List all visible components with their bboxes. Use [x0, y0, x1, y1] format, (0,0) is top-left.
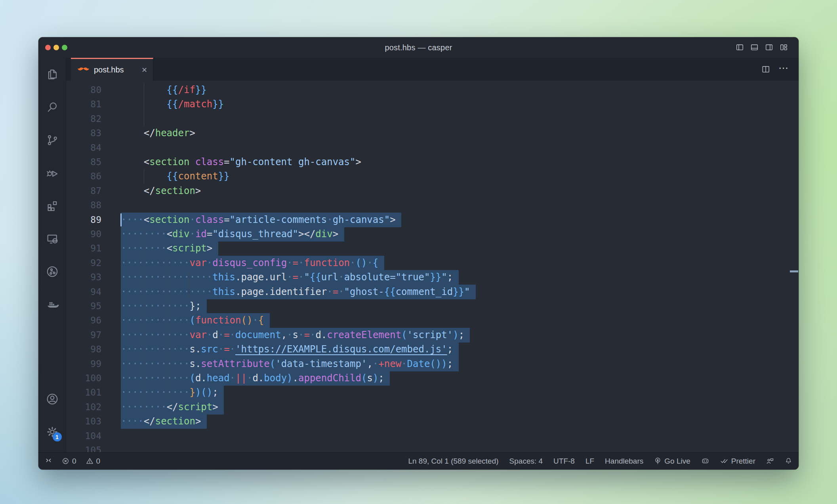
- docker-icon: [46, 298, 59, 311]
- code-line-80[interactable]: 80 {{/if}}: [66, 83, 799, 97]
- status-item-bell[interactable]: [785, 457, 792, 465]
- activity-bar-item-account[interactable]: [42, 386, 63, 412]
- status-label: Handlebars: [605, 457, 643, 466]
- activity-bar-item-docker[interactable]: [42, 292, 63, 317]
- code-editor[interactable]: 80 {{/if}}81 {{/match}}8283 </header>848…: [66, 81, 799, 452]
- activity-bar-item-settings[interactable]: 1: [42, 419, 63, 445]
- code-text: ········<script>: [121, 241, 212, 256]
- titlebar[interactable]: post.hbs — casper: [38, 37, 799, 58]
- warning-icon: [86, 457, 93, 465]
- line-number: 104: [66, 429, 101, 443]
- code-line-103[interactable]: 103····</section>: [66, 414, 799, 429]
- code-line-98[interactable]: 98············s.src·=·'https://EXAMPLE.d…: [66, 342, 799, 357]
- customize-layout-icon[interactable]: [780, 43, 788, 52]
- code-text: </header>: [121, 126, 195, 141]
- code-line-89[interactable]: 89····<section·class="article-comments·g…: [66, 213, 799, 227]
- broadcast-icon: [654, 457, 662, 465]
- activity-bar-item-source-control[interactable]: [42, 127, 63, 153]
- status-bar: 00 Ln 89, Col 1 (589 selected)Spaces: 4U…: [38, 452, 799, 470]
- code-text: ····</section>: [121, 414, 201, 429]
- run-debug-icon: [46, 166, 59, 180]
- toggle-secondary-sidebar-icon[interactable]: [765, 43, 774, 52]
- status-label: 0: [72, 457, 76, 466]
- code-line-94[interactable]: 94················this.page.identifier·=…: [66, 285, 799, 299]
- vscode-window: post.hbs — casper 1 post.hbs ✕ ⋯ 80 {{/i…: [38, 37, 799, 470]
- line-number: 89: [66, 213, 101, 227]
- line-number: 98: [66, 342, 101, 357]
- window-title: post.hbs — casper: [38, 43, 799, 52]
- line-number: 103: [66, 414, 101, 429]
- copilot-icon: [701, 457, 709, 465]
- line-number: 80: [66, 83, 101, 97]
- code-text: <section class="gh-content gh-canvas">: [121, 155, 361, 169]
- line-number: 82: [66, 112, 101, 126]
- code-line-84[interactable]: 84: [66, 141, 799, 155]
- code-line-93[interactable]: 93················this.page.url·=·"{{url…: [66, 270, 799, 285]
- line-number: 85: [66, 155, 101, 169]
- line-number: 87: [66, 184, 101, 198]
- code-text: ············(function()·{: [121, 313, 264, 328]
- line-number: 100: [66, 371, 101, 386]
- code-line-91[interactable]: 91········<script>: [66, 241, 799, 256]
- code-text: ············(d.head·||·d.body).appendChi…: [121, 371, 384, 386]
- code-line-105[interactable]: 105: [66, 443, 799, 452]
- code-line-97[interactable]: 97············var·d·=·document,·s·=·d.cr…: [66, 328, 799, 342]
- activity-bar-item-explorer[interactable]: [42, 62, 63, 87]
- activity-bar-item-run-debug[interactable]: [42, 160, 63, 186]
- code-line-102[interactable]: 102········</script>: [66, 400, 799, 415]
- explorer-icon: [46, 68, 59, 81]
- status-item-double-check[interactable]: Prettier: [720, 457, 755, 466]
- code-line-99[interactable]: 99············s.setAttribute('data-times…: [66, 357, 799, 371]
- code-line-100[interactable]: 100············(d.head·||·d.body).append…: [66, 371, 799, 386]
- git-graph-icon: [46, 265, 59, 278]
- activity-bar-item-remote-explorer[interactable]: [42, 226, 63, 251]
- status-item-utf-8[interactable]: UTF-8: [553, 457, 575, 466]
- code-line-85[interactable]: 85 <section class="gh-content gh-canvas"…: [66, 155, 799, 169]
- code-line-87[interactable]: 87 </section>: [66, 184, 799, 198]
- code-text: {{/match}}: [121, 97, 224, 112]
- close-tab-icon[interactable]: ✕: [141, 66, 147, 74]
- editor-actions: ⋯: [761, 58, 799, 81]
- line-number: 84: [66, 141, 101, 155]
- status-item-broadcast[interactable]: Go Live: [654, 457, 690, 466]
- code-line-81[interactable]: 81 {{/match}}: [66, 97, 799, 112]
- toggle-panel-icon[interactable]: [750, 43, 759, 52]
- status-item-remote[interactable]: [45, 457, 52, 465]
- code-line-86[interactable]: 86 {{content}}: [66, 169, 799, 184]
- status-item-lf[interactable]: LF: [585, 457, 594, 466]
- split-editor-icon[interactable]: [761, 65, 770, 74]
- remote-explorer-icon: [46, 232, 59, 245]
- code-line-92[interactable]: 92············var·disqus_config·=·functi…: [66, 256, 799, 270]
- status-item-feedback[interactable]: [766, 457, 774, 465]
- line-number: 83: [66, 126, 101, 141]
- code-line-95[interactable]: 95············};: [66, 299, 799, 314]
- code-line-88[interactable]: 88: [66, 198, 799, 213]
- line-number: 91: [66, 241, 101, 256]
- tab-post-hbs[interactable]: post.hbs ✕: [71, 58, 153, 81]
- code-line-83[interactable]: 83 </header>: [66, 126, 799, 141]
- code-line-101[interactable]: 101············})();: [66, 385, 799, 400]
- status-item-copilot[interactable]: [701, 457, 709, 465]
- activity-bar-item-extensions[interactable]: [42, 193, 63, 219]
- code-line-90[interactable]: 90········<div·id="disqus_thread"></div>: [66, 227, 799, 242]
- code-text: ············s.src·=·'https://EXAMPLE.dis…: [121, 342, 453, 357]
- status-item-warning[interactable]: 0: [86, 457, 101, 466]
- activity-bar-item-git-graph[interactable]: [42, 259, 63, 284]
- line-number: 105: [66, 443, 101, 452]
- status-item-error[interactable]: 0: [62, 457, 76, 466]
- search-icon: [46, 101, 59, 114]
- code-text: {{content}}: [121, 169, 230, 184]
- code-line-82[interactable]: 82: [66, 112, 799, 126]
- activity-bar-item-search[interactable]: [42, 95, 63, 120]
- activity-bar: 1: [38, 58, 66, 452]
- status-item-ln-89-col-1-589-selected[interactable]: Ln 89, Col 1 (589 selected): [408, 457, 498, 466]
- code-line-104[interactable]: 104: [66, 429, 799, 443]
- double-check-icon: [720, 457, 728, 465]
- code-text: ················this.page.identifier·=·"…: [121, 285, 470, 299]
- code-text: ············};: [121, 299, 201, 314]
- code-line-96[interactable]: 96············(function()·{: [66, 313, 799, 328]
- toggle-primary-sidebar-icon[interactable]: [736, 43, 744, 52]
- line-number: 81: [66, 97, 101, 112]
- status-item-handlebars[interactable]: Handlebars: [605, 457, 643, 466]
- status-item-spaces-4[interactable]: Spaces: 4: [509, 457, 543, 466]
